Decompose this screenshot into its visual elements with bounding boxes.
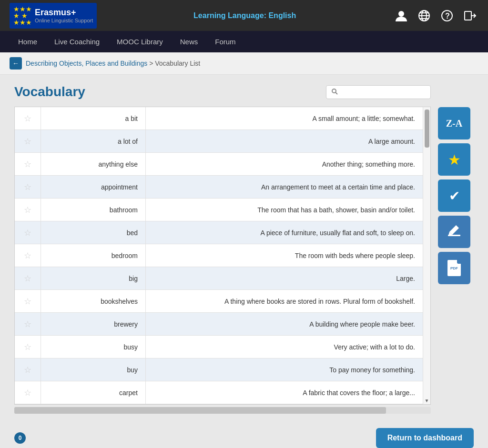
- search-icon: [331, 88, 338, 96]
- table-row: ☆ a bit A small amount; a little; somewh…: [15, 107, 423, 130]
- nav-item-mooc-library[interactable]: MOOC Library: [108, 31, 172, 52]
- definition-cell: A fabric that covers the floor; a large.…: [146, 381, 423, 404]
- definition-cell: To pay money for something.: [146, 358, 423, 381]
- star-cell: ☆: [15, 336, 41, 358]
- word-cell: a bit: [41, 107, 146, 129]
- edit-button[interactable]: [438, 216, 470, 248]
- table-row: ☆ big Large.: [15, 267, 423, 290]
- pdf-button[interactable]: PDF: [438, 252, 470, 284]
- page-title: Vocabulary: [14, 84, 85, 100]
- favorite-star-icon[interactable]: ☆: [24, 365, 31, 375]
- vertical-scrollbar[interactable]: ▲ ▼: [423, 107, 430, 404]
- favorite-star-icon[interactable]: ☆: [24, 319, 31, 329]
- horizontal-scrollbar[interactable]: [14, 407, 431, 414]
- favorites-button[interactable]: ★: [438, 143, 470, 176]
- table-row: ☆ a lot of A large amount.: [15, 130, 423, 153]
- main-nav: Home Live Coaching MOOC Library News For…: [0, 31, 488, 52]
- breadcrumb-current: Vocabulary List: [155, 60, 200, 67]
- svg-text:?: ?: [445, 12, 450, 20]
- svg-point-10: [332, 89, 336, 93]
- star-icon: ★: [448, 151, 461, 168]
- word-cell: anything else: [41, 153, 146, 175]
- check-button[interactable]: ✔: [438, 179, 470, 212]
- breadcrumb: ← Describing Objects, Places and Buildin…: [0, 52, 488, 75]
- svg-point-0: [398, 11, 404, 17]
- definition-cell: A large amount.: [146, 130, 423, 152]
- breadcrumb-back-button[interactable]: ←: [10, 57, 22, 70]
- scroll-down-arrow[interactable]: ▼: [423, 397, 430, 404]
- favorite-star-icon[interactable]: ☆: [24, 159, 31, 169]
- bottom-area: 0 Return to dashboard: [0, 423, 488, 448]
- table-row: ☆ buy To pay money for something.: [15, 358, 423, 381]
- erasmus-logo: ★★★★ ★★★★ Erasmus+ Online Linguistic Sup…: [10, 3, 97, 29]
- star-cell: ☆: [15, 221, 41, 244]
- svg-rect-8: [465, 11, 471, 20]
- globe-icon-button[interactable]: [416, 7, 433, 24]
- nav-item-forum[interactable]: Forum: [206, 31, 244, 52]
- nav-item-live-coaching[interactable]: Live Coaching: [46, 31, 108, 52]
- learning-language-label: Learning Language: English: [193, 11, 296, 20]
- vocabulary-table: ☆ a bit A small amount; a little; somewh…: [15, 107, 423, 404]
- definition-cell: Large.: [146, 267, 423, 289]
- favorite-star-icon[interactable]: ☆: [24, 136, 31, 147]
- definition-cell: The room that has a bath, shower, basin …: [146, 199, 423, 221]
- definition-cell: A thing where books are stored in rows. …: [146, 290, 423, 312]
- table-row: ☆ bed A piece of furniture, usually flat…: [15, 221, 423, 244]
- word-cell: appointment: [41, 176, 146, 198]
- table-row: ☆ bookshelves A thing where books are st…: [15, 290, 423, 313]
- breadcrumb-separator: >: [149, 60, 153, 67]
- favorite-star-icon[interactable]: ☆: [24, 388, 31, 398]
- word-cell: buy: [41, 358, 146, 381]
- star-cell: ☆: [15, 313, 41, 335]
- eu-stars-icon: ★★★★ ★★★★: [13, 6, 32, 26]
- star-cell: ☆: [15, 358, 41, 381]
- favorite-star-icon[interactable]: ☆: [24, 228, 31, 238]
- star-cell: ☆: [15, 244, 41, 267]
- logo-main-text: Erasmus+: [35, 8, 93, 18]
- favorite-star-icon[interactable]: ☆: [24, 296, 31, 307]
- table-row: ☆ bedroom The room with beds where peopl…: [15, 244, 423, 267]
- star-cell: ☆: [15, 176, 41, 198]
- nav-item-news[interactable]: News: [172, 31, 207, 52]
- word-cell: big: [41, 267, 146, 289]
- favorite-star-icon[interactable]: ☆: [24, 113, 31, 124]
- h-scroll-thumb[interactable]: [14, 407, 386, 414]
- definition-cell: The room with beds where people sleep.: [146, 244, 423, 267]
- breadcrumb-parent-link[interactable]: Describing Objects, Places and Buildings: [26, 60, 147, 67]
- search-input[interactable]: [341, 88, 426, 96]
- right-panel: Z-A ★ ✔ PDF: [438, 84, 474, 414]
- table-row: ☆ bathroom The room that has a bath, sho…: [15, 199, 423, 221]
- word-cell: bookshelves: [41, 290, 146, 312]
- favorite-star-icon[interactable]: ☆: [24, 205, 31, 215]
- definition-cell: An arrangement to meet at a certain time…: [146, 176, 423, 198]
- logo-area: ★★★★ ★★★★ Erasmus+ Online Linguistic Sup…: [10, 3, 97, 29]
- help-icon-button[interactable]: ?: [438, 7, 456, 24]
- table-row: ☆ carpet A fabric that covers the floor;…: [15, 381, 423, 404]
- favorite-star-icon[interactable]: ☆: [24, 250, 31, 261]
- sort-za-button[interactable]: Z-A: [438, 107, 470, 139]
- word-cell: a lot of: [41, 130, 146, 152]
- main-content: Vocabulary ☆ a bit A small amount; a l: [0, 75, 488, 423]
- table-row: ☆ appointment An arrangement to meet at …: [15, 176, 423, 199]
- logout-icon-button[interactable]: [461, 7, 478, 24]
- star-cell: ☆: [15, 267, 41, 289]
- return-dashboard-button[interactable]: Return to dashboard: [376, 428, 474, 448]
- pdf-label: PDF: [450, 266, 458, 270]
- nav-item-home[interactable]: Home: [10, 31, 46, 52]
- favorite-star-icon[interactable]: ☆: [24, 273, 31, 284]
- favorite-star-icon[interactable]: ☆: [24, 342, 31, 352]
- star-cell: ☆: [15, 153, 41, 175]
- favorite-star-icon[interactable]: ☆: [24, 182, 31, 192]
- user-icon-button[interactable]: [393, 7, 410, 24]
- table-row: ☆ busy Very active; with a lot to do.: [15, 336, 423, 358]
- breadcrumb-path: Describing Objects, Places and Buildings…: [26, 60, 200, 67]
- star-cell: ☆: [15, 381, 41, 404]
- word-cell: bathroom: [41, 199, 146, 221]
- pdf-doc-icon: PDF: [447, 260, 461, 276]
- counter-badge: 0: [14, 432, 26, 444]
- check-icon: ✔: [449, 188, 460, 204]
- word-cell: brewery: [41, 313, 146, 335]
- word-cell: carpet: [41, 381, 146, 404]
- definition-cell: A building where people make beer.: [146, 313, 423, 335]
- scroll-thumb[interactable]: [425, 110, 429, 148]
